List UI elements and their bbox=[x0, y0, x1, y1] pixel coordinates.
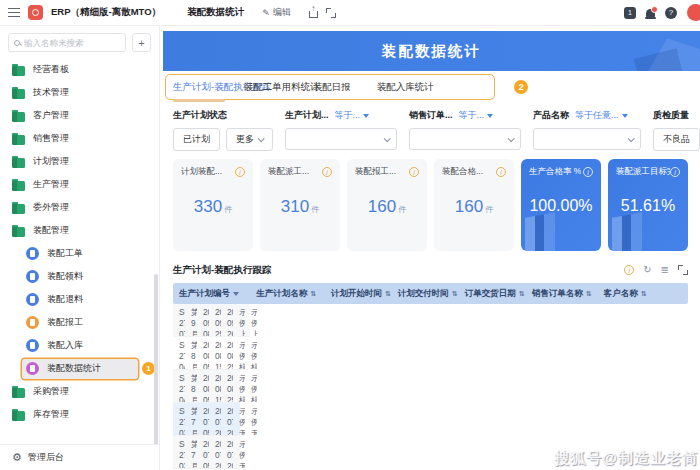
column-icon[interactable]: ⇅ bbox=[641, 290, 647, 298]
info-icon[interactable]: i bbox=[496, 167, 506, 177]
filter-product-operator[interactable]: 等于任意... bbox=[575, 109, 628, 122]
filter-plan-operator[interactable]: 等于... bbox=[335, 109, 370, 122]
column-icon[interactable]: ⇅ bbox=[519, 290, 525, 298]
menu-hamburger-icon[interactable] bbox=[8, 8, 20, 17]
cell-order-name: 示例：无锡简道 云-第2份销售订单 bbox=[233, 436, 245, 468]
sidebar-item[interactable]: 经营看板 bbox=[0, 58, 24, 81]
refresh-icon[interactable]: ↻ bbox=[643, 265, 651, 275]
info-icon[interactable]: i bbox=[624, 265, 634, 275]
column-icon[interactable]: ⇅ bbox=[452, 290, 458, 298]
cell-customer-name: 示例：上海帆软 bbox=[245, 304, 257, 336]
column-label: 销售订单名称 bbox=[532, 288, 583, 300]
cell-order-name: 示例：无锡简道 云-第2份销售订单 bbox=[233, 403, 245, 435]
sidebar-item[interactable]: 销售管理 bbox=[0, 127, 21, 150]
add-button[interactable]: + bbox=[132, 33, 151, 52]
sidebar-item[interactable]: 委外管理 bbox=[0, 196, 28, 219]
column-icon[interactable]: ⇅ bbox=[310, 290, 316, 298]
info-icon[interactable]: i bbox=[583, 167, 593, 177]
cell-customer-name: 示例：无锡简道云 bbox=[245, 403, 257, 435]
product-select[interactable] bbox=[533, 128, 641, 150]
avatar[interactable] bbox=[687, 4, 700, 21]
filter-plan: 生产计划... 等于... bbox=[285, 109, 397, 151]
cell-order-name: 示例：杭州帆软- 第2份销售订单 bbox=[233, 337, 245, 369]
table-column-header[interactable]: 生产计划编号 bbox=[173, 288, 250, 300]
sidebar-item[interactable]: 技术管理 bbox=[0, 81, 23, 104]
table-column-header[interactable]: 销售订单名称 ⇅ bbox=[526, 288, 598, 300]
fullscreen-icon[interactable] bbox=[326, 8, 336, 18]
sidebar-item[interactable]: 装配工单 bbox=[0, 242, 159, 265]
sidebar-item[interactable]: 库存管理 bbox=[0, 403, 159, 426]
stat-card-unit: 件 bbox=[311, 205, 319, 214]
table-column-header[interactable]: 客户名称 ⇅ bbox=[598, 288, 688, 300]
stat-card-value: 160件 bbox=[347, 197, 427, 217]
edit-label: 编辑 bbox=[273, 6, 291, 19]
table-column-header[interactable]: 计划交付时间 ⇅ bbox=[392, 288, 459, 300]
column-icon[interactable]: ⇅ bbox=[586, 290, 592, 298]
cell-delivery-date: 2023-09-26 bbox=[221, 304, 233, 336]
sidebar-item[interactable]: 计划管理 bbox=[0, 150, 21, 173]
sidebar-scrollbar[interactable] bbox=[154, 274, 158, 468]
tab[interactable]: 生产计划-装配执行跟踪 bbox=[173, 81, 225, 94]
more-filter-button[interactable]: 更多 bbox=[226, 128, 273, 151]
expand-icon[interactable] bbox=[678, 265, 688, 275]
plan-select[interactable] bbox=[285, 128, 397, 150]
sidebar-item[interactable]: 装配报工 bbox=[0, 311, 159, 334]
info-icon[interactable]: i bbox=[409, 167, 419, 177]
table-column-header[interactable]: 订单交货日期 ⇅ bbox=[459, 288, 526, 300]
column-icon[interactable] bbox=[233, 292, 239, 296]
sidebar-item[interactable]: 客户管理 bbox=[0, 104, 21, 127]
sidebar-item[interactable]: 装配管理 bbox=[0, 219, 159, 242]
sidebar-item[interactable]: 装配退料 bbox=[0, 288, 159, 311]
tab[interactable]: 装配工单用料统计 bbox=[244, 81, 294, 94]
cell-plan-no: SCJHXSDD2309 27-03-230927-03 bbox=[173, 436, 185, 468]
filter-plan-label: 生产计划... bbox=[285, 109, 329, 122]
filter-order-operator[interactable]: 等于... bbox=[459, 109, 494, 122]
table-column-header[interactable]: 计划开始时间 ⇅ bbox=[325, 288, 392, 300]
table-row[interactable]: SCJHXSDD2309 27-03-230927-03 第7月-生产计划 20… bbox=[173, 436, 240, 469]
stat-card-value: 310件 bbox=[260, 197, 340, 217]
planned-filter-button[interactable]: 已计划 bbox=[173, 128, 220, 151]
search-input[interactable] bbox=[24, 38, 120, 48]
cell-delivery-date: 2023-07-20 bbox=[221, 403, 233, 435]
info-icon[interactable]: i bbox=[670, 167, 680, 177]
help-icon[interactable]: ? bbox=[665, 7, 677, 19]
sidebar-item[interactable]: 生产管理 bbox=[0, 173, 22, 196]
sidebar-item-label: 客户管理 bbox=[33, 109, 69, 122]
column-label: 计划交付时间 bbox=[398, 288, 449, 300]
caret-down-icon bbox=[622, 114, 628, 118]
search-input-box[interactable] bbox=[8, 33, 126, 52]
table-row[interactable]: SCJHXSDD2309 27-04-230927-04 第8月-生产计划 20… bbox=[173, 370, 240, 403]
sidebar-item[interactable]: 装配入库 bbox=[0, 334, 159, 357]
sidebar-item-inner: 装配工单 bbox=[22, 244, 155, 264]
table-row[interactable]: SCJHXSDD2309 27-03-230927-03 第7月-生产计划 20… bbox=[173, 403, 240, 436]
topbar-page-title: 装配数据统计 bbox=[187, 6, 244, 19]
table-row[interactable]: SCJHXSDD2309 27-04-230927-04 第8月-生产计划 20… bbox=[173, 337, 248, 370]
table-column-header[interactable]: 生产计划名称 ⇅ bbox=[250, 288, 325, 300]
table-row[interactable]: SCJHXSDD2309 27-07-230927-06 第9月-生产计划 20… bbox=[173, 304, 250, 337]
cell-plan-name: 第7月-生产计划 2023.9A05 bbox=[185, 403, 197, 435]
info-icon[interactable]: i bbox=[322, 167, 332, 177]
sidebar-item-icon bbox=[12, 158, 25, 168]
sidebar-item[interactable]: 装配领料 bbox=[0, 265, 159, 288]
sidebar-item-icon bbox=[12, 204, 25, 214]
stat-card-value: 100.00% bbox=[521, 197, 601, 215]
admin-backend-button[interactable]: ⚙ 管理后台 bbox=[0, 444, 159, 470]
notification-bell-icon[interactable] bbox=[646, 9, 655, 17]
share-icon[interactable] bbox=[309, 11, 318, 18]
stat-card-label: 装配派工... bbox=[268, 166, 309, 178]
info-icon[interactable]: i bbox=[235, 167, 245, 177]
sidebar-item[interactable]: 装配数据统计 1 bbox=[0, 357, 159, 380]
edit-button[interactable]: ✎ 编辑 bbox=[262, 6, 291, 19]
sidebar-item[interactable]: 采购管理 bbox=[0, 380, 159, 403]
list-settings-icon[interactable]: ≣ bbox=[661, 265, 669, 275]
sidebar-search-row: + bbox=[0, 33, 159, 58]
tab[interactable]: 装配日报 bbox=[313, 81, 358, 94]
tab[interactable]: 装配入库统计 bbox=[377, 81, 422, 94]
cell-delivery-date: 2023-07-20 bbox=[221, 436, 233, 468]
column-icon[interactable]: ⇅ bbox=[385, 290, 391, 298]
defective-filter-button[interactable]: 不良品 bbox=[653, 128, 700, 151]
order-select[interactable] bbox=[409, 128, 521, 150]
device-icon[interactable]: 1 bbox=[624, 7, 636, 19]
sidebar-item-inner: 装配退料 bbox=[22, 290, 155, 310]
sidebar-item-icon bbox=[12, 388, 25, 398]
